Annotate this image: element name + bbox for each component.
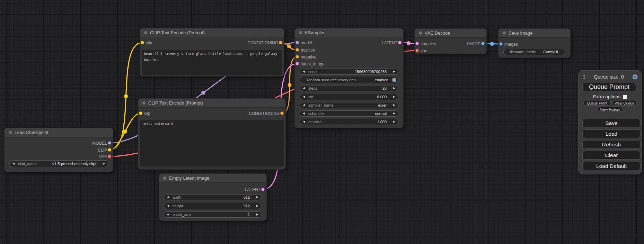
- node-title-bar[interactable]: Empty Latent Image: [159, 174, 266, 183]
- prompt-textarea[interactable]: text, watermark: [140, 120, 284, 166]
- queue-panel-header: Queue size: 0: [582, 74, 638, 80]
- extra-options-label: Extra options: [593, 94, 620, 99]
- widget-Random seed after every gen[interactable]: Random seed after every genenabled: [300, 77, 398, 83]
- node-title-bar[interactable]: Load Checkpoint: [5, 128, 113, 137]
- node-collapse-dot-icon[interactable]: [144, 31, 147, 34]
- widget-scheduler[interactable]: ◀schedulernormal▶: [300, 110, 398, 117]
- node-empty-latent-image[interactable]: Empty Latent ImageLATENT◀width512▶◀heigh…: [159, 173, 267, 221]
- increment-arrow-icon[interactable]: ▶: [393, 104, 395, 107]
- widget-height[interactable]: ◀height512▶: [164, 203, 262, 209]
- decrement-arrow-icon[interactable]: ◀: [167, 196, 169, 199]
- queue-front-button[interactable]: Queue Front: [583, 101, 611, 106]
- decrement-arrow-icon[interactable]: ◀: [12, 162, 15, 165]
- link-clip-load-checkpoint-to-clip-text-encode-negative-midpoint-dot: [123, 129, 127, 133]
- extra-options-checkbox[interactable]: [623, 95, 627, 99]
- widget-seed[interactable]: ◀seed156680208700286▶: [300, 69, 398, 75]
- increment-arrow-icon[interactable]: ▶: [256, 196, 258, 199]
- view-history-button[interactable]: View History: [597, 107, 623, 112]
- node-collapse-dot-icon[interactable]: [419, 31, 422, 35]
- load-button[interactable]: Load: [582, 129, 641, 138]
- input-slot-label-model: model: [301, 40, 312, 46]
- drag-handle-icon[interactable]: [582, 74, 585, 79]
- widget-value: 1: [248, 213, 250, 217]
- node-title: CLIP Text Encode (Prompt): [150, 30, 205, 35]
- node-collapse-dot-icon[interactable]: [142, 101, 145, 105]
- node-title-bar[interactable]: CLIP Text Encode (Prompt): [138, 99, 285, 108]
- node-collapse-dot-icon[interactable]: [503, 31, 506, 35]
- node-title-bar[interactable]: CLIP Text Encode (Prompt): [140, 28, 284, 37]
- node-title-bar[interactable]: Save Image: [499, 29, 570, 38]
- increment-arrow-icon[interactable]: ▶: [393, 87, 395, 90]
- widget-filename_prefix[interactable]: filename_prefixComfyUI: [503, 49, 565, 55]
- decrement-arrow-icon[interactable]: ◀: [303, 104, 305, 107]
- node-save-image[interactable]: Save Imageimagesfilename_prefixComfyUI: [498, 28, 571, 58]
- link-model-load-checkpoint-to-ksampler-midpoint-dot: [201, 91, 205, 94]
- widget-sampler_name[interactable]: ◀sampler_nameeuler▶: [300, 102, 398, 108]
- decrement-arrow-icon[interactable]: ◀: [303, 87, 305, 90]
- widget-value: euler: [378, 103, 387, 107]
- increment-arrow-icon[interactable]: ▶: [393, 120, 395, 123]
- decrement-arrow-icon[interactable]: ◀: [303, 112, 305, 115]
- load-default-button[interactable]: Load Default: [582, 162, 641, 170]
- widget-label: filename_prefix: [510, 50, 536, 54]
- queue-prompt-button[interactable]: Queue Prompt: [582, 83, 636, 91]
- widget-value: normal: [375, 111, 387, 116]
- input-slot-label-vae: vae: [421, 48, 427, 54]
- output-slot-label-CONDITIONING: CONDITIONING: [249, 111, 280, 116]
- queue-panel: Queue size: 0 Queue Prompt Extra options: [578, 70, 642, 174]
- widget-value: 20: [382, 86, 387, 90]
- increment-arrow-icon[interactable]: ▶: [103, 162, 105, 165]
- widget-value: enabled: [375, 78, 388, 82]
- node-title-bar[interactable]: KSampler: [295, 28, 403, 37]
- output-slot-label-LATENT: LATENT: [245, 187, 261, 192]
- node-clip-text-encode-positive[interactable]: CLIP Text Encode (Prompt)clipCONDITIONIN…: [140, 28, 284, 76]
- save-button[interactable]: Save: [582, 119, 641, 127]
- widget-label: ckpt_name: [18, 162, 37, 166]
- link-image-vae-decode-to-save-image-midpoint-dot: [490, 42, 494, 46]
- widget-batch_size[interactable]: ◀batch_size1▶: [164, 211, 262, 218]
- decrement-arrow-icon[interactable]: ◀: [167, 213, 169, 216]
- toggle-dot-icon[interactable]: [392, 78, 396, 82]
- node-ksampler[interactable]: KSamplermodelpositivenegativelatent_imag…: [294, 28, 404, 128]
- widget-cfg[interactable]: ◀cfg8.000▶: [300, 94, 398, 100]
- input-slot-label-clip: clip: [144, 111, 150, 116]
- input-slot-label-positive: positive: [301, 47, 315, 53]
- view-history-row: View History: [579, 107, 642, 112]
- widget-width[interactable]: ◀width512▶: [164, 194, 262, 200]
- link-latent-ksampler-to-vae-decode-midpoint-dot: [406, 41, 410, 45]
- clear-button[interactable]: Clear: [582, 151, 641, 160]
- graph-canvas[interactable]: Load CheckpointMODELCLIPVAE◀ckpt_namev1-…: [0, 0, 644, 244]
- widget-label: Random seed after every gen: [306, 78, 356, 82]
- increment-arrow-icon[interactable]: ▶: [393, 70, 395, 73]
- settings-gear-icon[interactable]: [632, 74, 638, 80]
- refresh-button[interactable]: Refresh: [582, 140, 641, 149]
- decrement-arrow-icon[interactable]: ◀: [303, 70, 305, 73]
- widget-label: batch_size: [173, 213, 191, 217]
- node-collapse-dot-icon[interactable]: [299, 31, 302, 34]
- node-title-bar[interactable]: VAE Decode: [415, 29, 486, 38]
- widget-denoise[interactable]: ◀denoise1.000▶: [300, 119, 398, 125]
- widget-value: 1.000: [377, 120, 387, 124]
- increment-arrow-icon[interactable]: ▶: [256, 205, 258, 207]
- increment-arrow-icon[interactable]: ▶: [393, 112, 395, 115]
- node-clip-text-encode-negative[interactable]: CLIP Text Encode (Prompt)clipCONDITIONIN…: [138, 98, 286, 170]
- widget-ckpt_name[interactable]: ◀ckpt_namev1-5-pruned-emaonly.ckpt▶: [9, 160, 108, 167]
- widget-value: 512: [244, 204, 250, 208]
- node-collapse-dot-icon[interactable]: [9, 131, 12, 134]
- widget-value: 8.000: [377, 95, 387, 99]
- decrement-arrow-icon[interactable]: ◀: [303, 120, 305, 123]
- widget-steps[interactable]: ◀steps20▶: [300, 85, 398, 91]
- decrement-arrow-icon[interactable]: ◀: [167, 205, 169, 207]
- widget-label: steps: [308, 86, 317, 90]
- prompt-textarea[interactable]: beautiful scenery nature glass bottle la…: [142, 50, 282, 75]
- node-collapse-dot-icon[interactable]: [163, 177, 166, 180]
- node-title: VAE Decode: [425, 30, 450, 36]
- node-load-checkpoint[interactable]: Load CheckpointMODELCLIPVAE◀ckpt_namev1-…: [4, 128, 113, 172]
- view-queue-button[interactable]: View Queue: [612, 101, 637, 106]
- node-vae-decode[interactable]: VAE DecodesamplesvaeIMAGE: [414, 28, 487, 54]
- output-slot-label-MODEL: MODEL: [92, 141, 107, 146]
- decrement-arrow-icon[interactable]: ◀: [303, 96, 305, 98]
- link-clip-load-checkpoint-to-clip-text-encode-positive: [109, 43, 142, 150]
- increment-arrow-icon[interactable]: ▶: [256, 213, 258, 216]
- increment-arrow-icon[interactable]: ▶: [393, 96, 395, 98]
